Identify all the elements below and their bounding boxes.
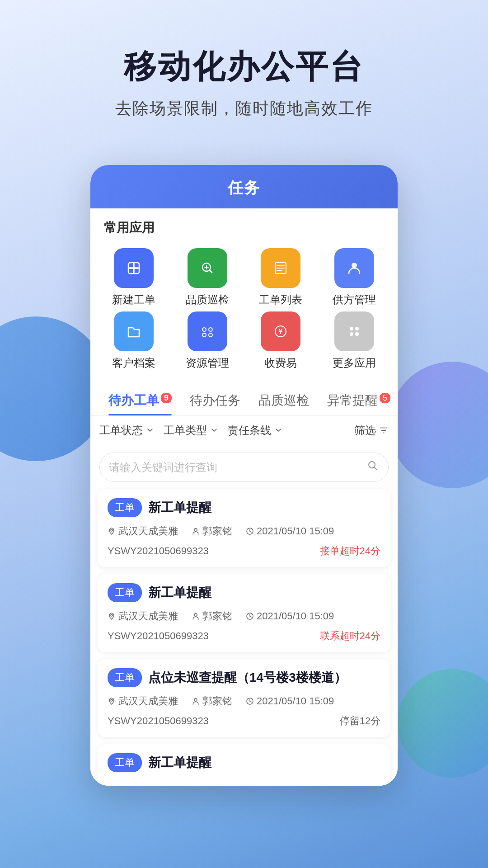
order-bottom-1: YSWY2021050699323 接单超时24分 [108,544,380,558]
svg-point-21 [350,327,353,330]
order-title-1: 新工单提醒 [148,499,380,516]
supplier-mgmt-icon [334,248,374,288]
app-new-order[interactable]: 新建工单 [99,248,169,307]
app-order-list[interactable]: 工单列表 [246,248,315,307]
common-apps-label: 常用应用 [90,208,398,244]
order-card-3-header: 工单 点位未巡查提醒（14号楼3楼楼道） [108,668,380,687]
customer-file-icon [114,311,154,351]
order-id-2: YSWY2021050699323 [108,630,209,642]
time-icon-1 [246,527,254,535]
svg-rect-2 [197,258,217,278]
abnormal-reminder-badge: 5 [380,393,390,403]
order-info-row-1: 武汉天成美雅 郭家铭 2021/05/10 15:09 [108,524,380,538]
filter-order-type[interactable]: 工单类型 [164,423,219,438]
new-order-label: 新建工单 [112,292,155,307]
tab-bar-header: 任务 [90,165,398,208]
location-icon-3 [108,697,116,705]
customer-file-label: 客户档案 [112,356,155,370]
quality-patrol-icon [188,248,227,288]
order-id-1: YSWY2021050699323 [108,545,209,557]
person-icon-3 [192,697,200,705]
order-list-icon [261,248,300,288]
order-id-3: YSWY2021050699323 [108,715,209,727]
search-icon [366,459,379,475]
app-more-apps[interactable]: 更多应用 [320,311,389,370]
bg-decoration-bottom-right [398,669,488,778]
location-icon-1 [108,527,116,535]
svg-point-32 [111,699,113,701]
chevron-down-icon-3 [274,426,283,435]
fee-easy-label: 收费易 [264,356,297,370]
filters-row: 工单状态 工单类型 责任条线 筛选 [90,416,398,445]
svg-rect-20 [344,321,364,341]
order-status-3: 停留12分 [340,714,380,728]
person-icon-2 [192,612,200,620]
quality-patrol-label: 品质巡检 [186,292,229,307]
order-person-1: 郭家铭 [192,524,232,538]
order-title-2: 新工单提醒 [148,584,380,601]
time-icon-2 [246,612,254,620]
order-badge-3: 工单 [108,668,142,687]
tab-quality-inspection[interactable]: 品质巡检 [249,384,318,415]
svg-rect-11 [124,321,144,341]
app-resource-mgmt[interactable]: 资源管理 [173,311,242,370]
svg-point-24 [355,332,359,336]
app-quality-patrol[interactable]: 品质巡检 [173,248,242,307]
svg-point-10 [352,263,357,268]
tabs-row: 待办工单9 待办任务 品质巡检 异常提醒5 [90,384,398,416]
order-card-1[interactable]: 工单 新工单提醒 武汉天成美雅 郭家铭 [98,489,390,567]
order-title-3: 点位未巡查提醒（14号楼3楼楼道） [148,669,380,686]
filter-screen-btn[interactable]: 筛选 [354,423,389,438]
pending-orders-badge: 9 [161,393,172,403]
bg-decoration-right [389,362,488,488]
filter-icon [379,425,389,435]
order-title-4: 新工单提醒 [148,754,380,771]
fee-easy-icon: ¥ [261,311,300,351]
order-card-4-header: 工单 新工单提醒 [108,753,380,772]
svg-point-33 [194,698,197,701]
tab-bar-title: 任务 [228,179,260,196]
chevron-down-icon-1 [145,426,155,435]
order-location-3: 武汉天成美雅 [108,694,178,708]
resource-mgmt-label: 资源管理 [186,356,229,370]
order-time-3: 2021/05/10 15:09 [246,695,334,707]
order-info-row-2: 武汉天成美雅 郭家铭 2021/05/10 15:09 [108,609,380,623]
order-list-label: 工单列表 [259,292,302,307]
tab-pending-tasks[interactable]: 待办任务 [181,384,249,415]
filter-order-status[interactable]: 工单状态 [99,423,155,438]
app-fee-easy[interactable]: ¥ 收费易 [246,311,315,370]
svg-point-26 [111,529,113,531]
order-card-4[interactable]: 工单 新工单提醒 [98,744,390,786]
time-icon-3 [246,697,254,705]
app-supplier-mgmt[interactable]: 供方管理 [320,248,389,307]
order-info-row-3: 武汉天成美雅 郭家铭 2021/05/10 15:09 [108,694,380,708]
person-icon-1 [192,527,200,535]
more-apps-label: 更多应用 [333,356,376,370]
app-customer-file[interactable]: 客户档案 [99,311,169,370]
order-time-1: 2021/05/10 15:09 [246,525,334,537]
order-person-3: 郭家铭 [192,694,232,708]
supplier-mgmt-label: 供方管理 [333,292,376,307]
svg-point-25 [369,462,375,468]
order-status-1: 接单超时24分 [320,544,380,558]
search-bar[interactable]: 请输入关键词进行查询 [99,453,389,482]
tab-pending-orders[interactable]: 待办工单9 [99,384,181,415]
search-placeholder: 请输入关键词进行查询 [109,460,362,475]
tab-abnormal-reminder[interactable]: 异常提醒5 [318,384,398,415]
order-badge-4: 工单 [108,753,142,772]
filter-responsibility-line[interactable]: 责任条线 [228,423,283,438]
order-card-2[interactable]: 工单 新工单提醒 武汉天成美雅 郭家铭 [98,574,390,652]
phone-container: 任务 常用应用 新建工单 [90,165,398,786]
more-apps-icon [334,311,374,351]
order-badge-1: 工单 [108,498,142,517]
svg-point-22 [355,327,359,330]
order-person-2: 郭家铭 [192,609,232,623]
order-time-2: 2021/05/10 15:09 [246,610,334,622]
order-bottom-2: YSWY2021050699323 联系超时24分 [108,629,380,643]
location-icon-2 [108,612,116,620]
svg-point-27 [194,528,197,531]
resource-mgmt-icon [188,311,227,351]
order-card-2-header: 工单 新工单提醒 [108,583,380,602]
order-card-3[interactable]: 工单 点位未巡查提醒（14号楼3楼楼道） 武汉天成美雅 郭家铭 [98,659,390,737]
app-content: 常用应用 新建工单 [90,208,398,786]
